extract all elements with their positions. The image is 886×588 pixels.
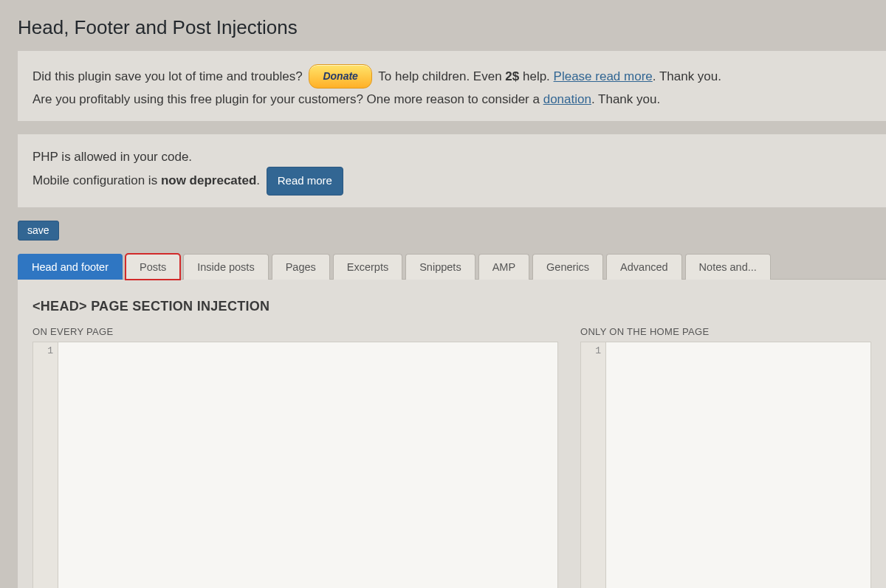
donate-line-2: Are you profitably using this free plugi… [32,90,871,109]
donate-line-1-after-c: . Thank you. [653,69,721,83]
editor-label-every-page: ON EVERY PAGE [32,326,558,337]
two-usd: 2$ [505,69,519,83]
tab-excerpts[interactable]: Excerpts [333,254,402,280]
donation-link[interactable]: donation [543,92,591,106]
editors-row: ON EVERY PAGE 1 ONLY ON THE HOME PAGE 1 [32,326,871,588]
tab-pages[interactable]: Pages [272,254,330,280]
notice-panel: PHP is allowed in your code. Mobile conf… [18,134,886,207]
php-allowed-text: PHP is allowed in your code. [32,148,871,167]
editor-col-every-page: ON EVERY PAGE 1 [32,326,558,588]
tab-amp[interactable]: AMP [478,254,529,280]
tab-posts[interactable]: Posts [126,254,180,280]
donate-button[interactable]: Donate [309,64,371,89]
please-read-more-link[interactable]: Please read more [554,69,653,83]
page-title: Head, Footer and Post Injections [0,0,886,51]
gutter-home-page: 1 [581,342,606,588]
line-number: 1 [595,345,601,356]
tabs-row: Head and footerPostsInside postsPagesExc… [18,254,886,280]
tab-generics[interactable]: Generics [532,254,603,280]
tabs-container: Head and footerPostsInside postsPagesExc… [18,254,886,588]
tab-inside-posts[interactable]: Inside posts [183,254,268,280]
donate-line-2-before: Are you profitably using this free plugi… [32,92,543,106]
editor-col-home-page: ONLY ON THE HOME PAGE 1 [580,326,871,588]
tab-snippets[interactable]: Snippets [405,254,475,280]
mobile-suffix: . [256,173,263,187]
editor-label-home-page: ONLY ON THE HOME PAGE [580,326,871,337]
section-title: <HEAD> PAGE SECTION INJECTION [32,299,871,314]
tab-notes-and[interactable]: Notes and... [685,254,771,280]
save-button[interactable]: save [18,221,59,241]
donate-line-1: Did this plugin save you lot of time and… [32,64,871,90]
code-editor-every-page[interactable]: 1 [32,342,558,588]
line-number: 1 [47,345,53,356]
code-editor-home-page[interactable]: 1 [580,342,871,588]
tab-advanced[interactable]: Advanced [606,254,682,280]
mobile-prefix: Mobile configuration is [32,173,161,187]
code-area-home-page[interactable] [606,342,870,588]
code-area-every-page[interactable] [58,342,557,588]
mobile-bold: now deprecated [161,173,256,187]
tab-content: <HEAD> PAGE SECTION INJECTION ON EVERY P… [18,280,886,588]
donate-line-2-after: . Thank you. [591,92,660,106]
donate-line-1-after-b: help. [519,69,553,83]
donate-panel: Did this plugin save you lot of time and… [18,51,886,121]
tab-head-and-footer[interactable]: Head and footer [18,254,123,280]
donate-line-1-after-a: To help children. Even [378,69,505,83]
read-more-button[interactable]: Read more [267,167,343,196]
mobile-deprecated-line: Mobile configuration is now deprecated. … [32,167,871,196]
donate-line-1-before: Did this plugin save you lot of time and… [32,69,303,83]
gutter-every-page: 1 [33,342,58,588]
